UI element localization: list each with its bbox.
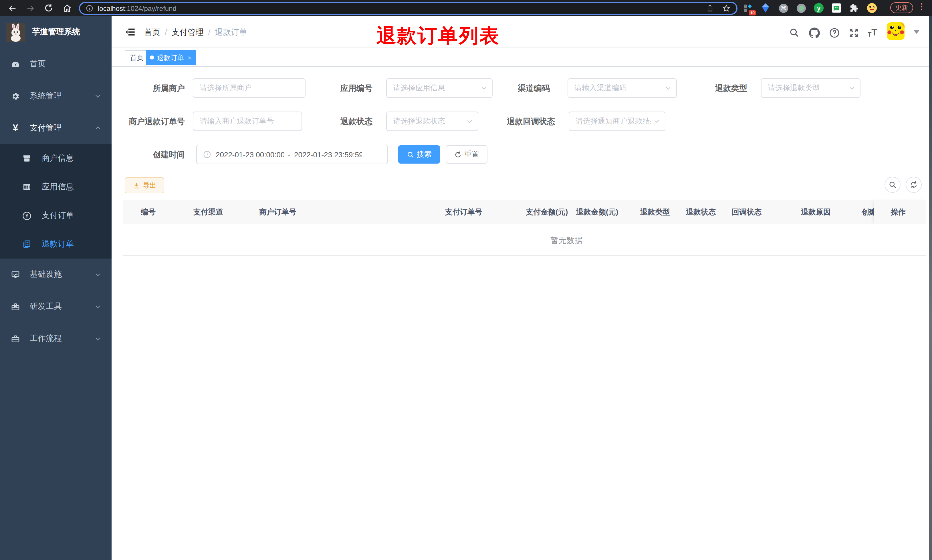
back-icon[interactable]	[6, 2, 18, 14]
screen: localhost:1024/pay/refund 10	[0, 0, 932, 560]
dashboard-icon	[11, 59, 20, 69]
sidebar-item-label: 系统管理	[30, 91, 62, 101]
placeholder: 请选择通知商户退款结果的	[575, 116, 651, 126]
monitor-icon	[11, 270, 20, 279]
home-icon[interactable]	[61, 2, 73, 14]
date-end: 2022-01-23 23:59:59	[294, 150, 362, 159]
column-header: 编号	[123, 200, 180, 224]
filter-label: 所属商户	[65, 78, 185, 98]
font-size-icon[interactable]: TT	[867, 27, 878, 38]
reload-icon[interactable]	[42, 2, 55, 14]
date-separator: -	[284, 150, 294, 159]
download-icon	[132, 182, 140, 189]
refresh-table-button[interactable]	[906, 177, 922, 193]
search-button[interactable]: 搜索	[398, 145, 440, 164]
create-time-range-picker[interactable]: 2022-01-23 00:00:00 - 2022-01-23 23:59:5…	[196, 145, 388, 164]
sidebar-item-workflow[interactable]: 工作流程	[0, 323, 112, 355]
empty-state-text: 暂无数据	[532, 236, 601, 246]
placeholder: 请选择退款类型	[768, 83, 846, 93]
breadcrumb-payment[interactable]: 支付管理	[172, 28, 204, 37]
show-search-toggle-button[interactable]	[884, 177, 901, 193]
browser-menu-icon[interactable]: ⋮	[918, 2, 926, 11]
sidebar-item-app-info[interactable]: 应用信息	[0, 173, 112, 202]
breadcrumb-separator: /	[165, 28, 167, 37]
sidebar-item-refund-order[interactable]: 退款订单	[0, 230, 112, 258]
column-header: 退款金额(元)	[575, 200, 627, 224]
sidebar-item-pay-order[interactable]: ¥ 支付订单	[0, 202, 112, 230]
sidebar-item-devtools[interactable]: 研发工具	[0, 291, 112, 323]
share-icon[interactable]	[706, 4, 714, 12]
svg-text:⌘: ⌘	[780, 5, 786, 11]
sidebar-item-label: 支付管理	[30, 123, 62, 133]
app-logo-row[interactable]: 芋道管理系统	[0, 16, 112, 48]
filter-label: 退款回调状态	[435, 112, 555, 131]
url-path: :1024/pay/refund	[125, 4, 177, 12]
column-header-actions: 操作	[874, 200, 926, 224]
refund-type-select[interactable]: 请选择退款类型	[761, 78, 860, 98]
page-annotation-title: 退款订单列表	[377, 23, 500, 49]
reset-button[interactable]: 重置	[446, 145, 488, 164]
column-header: 支付订单号	[419, 200, 519, 224]
github-icon[interactable]	[808, 27, 820, 38]
column-header: 支付渠道	[180, 200, 240, 224]
search-icon[interactable]	[788, 27, 800, 38]
sidebar-item-label: 应用信息	[42, 182, 74, 192]
active-dot-icon	[150, 55, 154, 60]
refund-notify-status-select[interactable]: 请选择通知商户退款结果的	[569, 112, 665, 131]
extension-y-icon[interactable]: y	[814, 3, 824, 13]
extensions-puzzle-icon[interactable]	[849, 3, 859, 13]
column-header: 回调状态	[719, 200, 782, 224]
help-icon[interactable]	[829, 27, 840, 38]
yen-icon: ¥	[11, 122, 20, 134]
user-avatar[interactable]	[887, 22, 904, 40]
forward-icon[interactable]	[24, 2, 37, 14]
tab-label: 退款订单	[157, 54, 184, 62]
date-start: 2022-01-23 00:00:00	[216, 150, 284, 159]
sidebar-item-label: 研发工具	[30, 302, 62, 312]
extension-chat-icon[interactable]	[831, 3, 841, 13]
breadcrumb: 首页/支付管理/退款订单	[144, 28, 247, 38]
grid-icon	[22, 183, 31, 192]
extension-grid-icon[interactable]: 10	[743, 3, 753, 13]
extension-record-icon[interactable]	[796, 3, 806, 13]
chevron-down-icon	[654, 118, 660, 125]
sidebar-item-infra[interactable]: 基础设施	[0, 258, 112, 291]
chevron-down-icon	[94, 335, 101, 342]
avatar-caret-icon[interactable]	[914, 30, 920, 34]
store-icon	[22, 154, 31, 163]
bookmark-star-icon[interactable]	[722, 4, 731, 12]
svg-text:¥: ¥	[26, 213, 28, 218]
search-icon	[889, 181, 897, 189]
url-bar[interactable]: localhost:1024/pay/refund	[79, 2, 737, 15]
toolbox-icon	[11, 302, 20, 311]
fullscreen-icon[interactable]	[848, 27, 859, 38]
extension-command-icon[interactable]: ⌘	[778, 3, 788, 13]
browser-update-button[interactable]: 更新	[890, 2, 913, 13]
filter-label: 创建时间	[65, 145, 185, 164]
sidebar-item-home[interactable]: 首页	[0, 48, 112, 80]
search-button-label: 搜索	[417, 149, 432, 160]
info-icon[interactable]	[86, 5, 93, 12]
extension-kite-icon[interactable]	[760, 3, 771, 13]
tab-home[interactable]: 首页	[125, 50, 149, 65]
column-header: 创建时间	[841, 200, 874, 224]
extension-badge: 10	[749, 10, 756, 15]
gear-icon	[11, 91, 20, 101]
sidebar-item-label: 首页	[30, 59, 46, 69]
export-button-label: 导出	[143, 180, 157, 190]
profile-avatar-icon[interactable]	[867, 3, 877, 13]
breadcrumb-home[interactable]: 首页	[144, 28, 160, 37]
column-header: 退款原因	[782, 200, 841, 224]
tab-refund-order[interactable]: 退款订单×	[146, 50, 197, 65]
breadcrumb-current: 退款订单	[215, 28, 247, 37]
tags-view-bar: 首页 退款订单×	[112, 48, 932, 67]
export-button[interactable]: 导出	[125, 177, 164, 193]
briefcase-icon	[11, 334, 20, 343]
sidebar-collapse-icon[interactable]	[124, 26, 135, 38]
table-body	[123, 224, 926, 256]
column-header: 退款状态	[674, 200, 719, 224]
chevron-down-icon	[94, 271, 101, 278]
tab-close-icon[interactable]: ×	[188, 54, 191, 61]
filter-label: 退款类型	[627, 78, 747, 98]
yen-circle-icon: ¥	[22, 211, 31, 220]
